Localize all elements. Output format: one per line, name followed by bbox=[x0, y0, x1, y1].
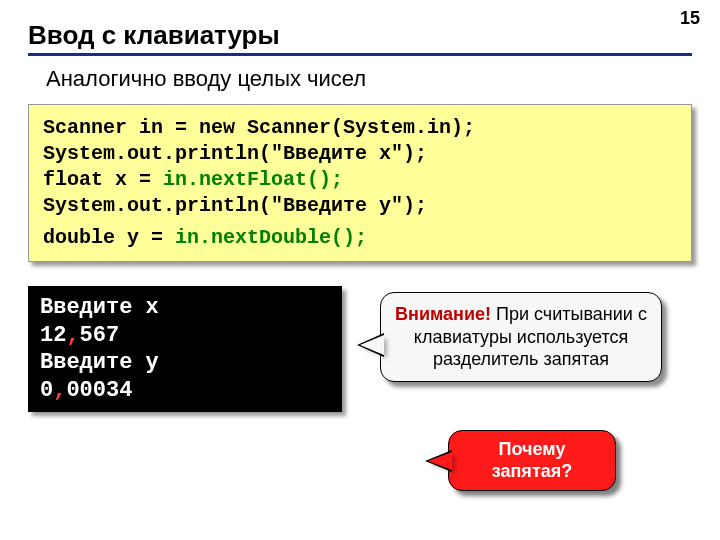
console-line: Введите x bbox=[40, 294, 330, 322]
callout-line: запятая? bbox=[461, 461, 603, 483]
console-line: Введите y bbox=[40, 349, 330, 377]
code-call: in.nextDouble(); bbox=[175, 226, 367, 249]
attention-callout: Внимание! При считывании с клавиатуры ис… bbox=[380, 292, 662, 382]
slide-subtitle: Аналогично вводу целых чисел bbox=[46, 66, 692, 92]
console-text: 567 bbox=[80, 323, 120, 348]
code-line: Scanner in = new Scanner(System.in); bbox=[43, 115, 677, 141]
code-line: System.out.println("Введите y"); bbox=[43, 193, 677, 219]
title-underline bbox=[28, 53, 692, 56]
console-comma: , bbox=[66, 323, 79, 348]
callout-tail bbox=[360, 335, 384, 355]
console-text: 12 bbox=[40, 323, 66, 348]
code-text: float x = bbox=[43, 168, 163, 191]
slide-title: Ввод с клавиатуры bbox=[28, 20, 692, 51]
code-line: float x = in.nextFloat(); bbox=[43, 167, 677, 193]
code-line: System.out.println("Введите x"); bbox=[43, 141, 677, 167]
callout-tail bbox=[428, 452, 452, 470]
callout-line: Почему bbox=[461, 439, 603, 461]
callout-emphasis: Внимание! bbox=[395, 304, 491, 324]
console-output: Введите x 12,567 Введите y 0,00034 bbox=[28, 286, 342, 412]
console-line: 12,567 bbox=[40, 322, 330, 350]
console-text: 00034 bbox=[66, 378, 132, 403]
console-line: 0,00034 bbox=[40, 377, 330, 405]
question-callout: Почему запятая? bbox=[448, 430, 616, 491]
console-text: 0 bbox=[40, 378, 53, 403]
console-comma: , bbox=[53, 378, 66, 403]
code-line: double y = in.nextDouble(); bbox=[43, 225, 677, 251]
code-text: double y = bbox=[43, 226, 175, 249]
page-number: 15 bbox=[680, 8, 700, 29]
code-block: Scanner in = new Scanner(System.in); Sys… bbox=[28, 104, 692, 262]
code-call: in.nextFloat(); bbox=[163, 168, 343, 191]
